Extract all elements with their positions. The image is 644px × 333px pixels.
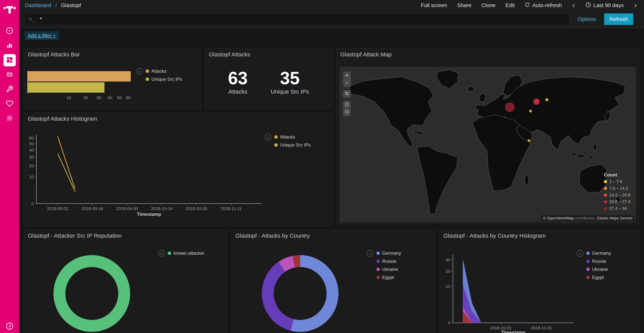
y-tick-label: 0 (32, 201, 34, 206)
x-tick-label: 2018-10-14 (151, 206, 173, 211)
legend-item[interactable]: 14.2 – 20.8 (604, 193, 630, 198)
metric-attacks: 63 Attacks (228, 69, 248, 95)
collapse-nav-button[interactable] (5, 322, 14, 331)
metric-value: 35 (271, 69, 309, 87)
legend-label: 27.4 – 34 (609, 206, 627, 211)
x-tick-label: 2018-10-28 (186, 206, 208, 211)
query-input-box[interactable]: >_ (24, 13, 570, 25)
x-tick-label: 2018-09-16 (82, 206, 103, 211)
legend-item[interactable]: Attacks (146, 69, 182, 74)
y-tick-label: 60 (29, 136, 34, 140)
panel-attacks-histogram: Glastopf Attacks Histogram 0102030405060… (24, 113, 332, 226)
metric-label: Attacks (228, 88, 248, 95)
legend-items: 1 – 7.67.6 – 14.214.2 – 20.820.8 – 27.42… (604, 179, 630, 211)
x-axis-label: Timestamp (137, 212, 161, 217)
legend-item[interactable]: Germany (376, 250, 401, 256)
time-back-button[interactable]: ‹ (572, 2, 576, 9)
bar-attacks[interactable] (28, 71, 131, 82)
map-marker[interactable] (545, 98, 548, 102)
sidebar-item-monitoring[interactable] (4, 98, 16, 110)
country-donut[interactable] (262, 255, 338, 332)
panel-attacks-by-country: Glastopf - Attacks by Country GermanyRus… (231, 230, 436, 333)
legend-item[interactable]: Egypt (376, 275, 401, 280)
legend-label: Ukraine (382, 267, 398, 272)
reputation-donut[interactable] (54, 255, 130, 332)
legend-item[interactable]: Egypt (586, 275, 611, 280)
full-screen-button[interactable]: Full screen (421, 2, 447, 9)
clone-button[interactable]: Clone (482, 2, 496, 9)
refresh-cycle-icon (524, 2, 530, 9)
dashboard-grid: Glastopf Attacks Bar 102030405060 Attack… (19, 43, 644, 333)
time-picker-button[interactable]: Last 90 days (586, 2, 624, 9)
legend-item[interactable]: Germany (586, 250, 611, 256)
sidebar-item-dashboard[interactable] (4, 54, 16, 66)
legend-toggle-button[interactable] (577, 250, 583, 257)
rectangle-icon (345, 109, 349, 115)
sidebar-item-tpot[interactable] (4, 69, 16, 81)
breadcrumb-dashboard-link[interactable]: Dashboard (25, 2, 51, 8)
sidebar-item-discover[interactable] (4, 25, 16, 37)
legend-color-dot (376, 276, 380, 279)
legend-item[interactable]: Russia (376, 259, 401, 264)
legend-toggle-button[interactable] (265, 134, 271, 140)
sidebar (0, 0, 19, 333)
y-tick-label: 20 (29, 163, 34, 168)
x-tick-label: 2018-11-01 (531, 325, 552, 330)
legend-toggle-button[interactable] (136, 68, 142, 75)
zoom-out-button[interactable]: − (343, 79, 350, 87)
sidebar-item-dev-tools[interactable] (4, 83, 16, 96)
x-tick-label: 2018-09-02 (47, 206, 68, 211)
world-map[interactable]: + − (340, 67, 636, 222)
legend-color-dot (274, 143, 278, 147)
map-legend: Count 1 – 7.67.6 – 14.214.2 – 20.820.8 –… (604, 172, 630, 211)
dashboard-icon (6, 56, 13, 64)
legend-item[interactable]: 1 – 7.6 (604, 179, 630, 184)
legend-item[interactable]: 20.8 – 27.4 (604, 199, 630, 204)
map-marker[interactable] (505, 102, 515, 112)
legend-item[interactable]: 27.4 – 34 (604, 206, 630, 211)
country-histogram-svg: 01020302018-10-012018-11-01Timestamp (440, 230, 639, 333)
legend-item[interactable]: Attacks (274, 134, 311, 140)
filter-bar: Add a filter + (19, 28, 644, 43)
legend-item[interactable]: Russia (586, 259, 611, 264)
legend-label: Attacks (280, 134, 295, 140)
attribution-elastic-maps[interactable]: Elastic Maps Service (597, 216, 633, 220)
legend-toggle-button[interactable] (367, 250, 373, 257)
draw-polygon-button[interactable] (343, 101, 350, 108)
map-marker[interactable] (533, 98, 540, 105)
attribution-openstreetmap[interactable]: © OpenStreetMap (543, 216, 574, 220)
draw-tools (343, 101, 350, 116)
legend-item[interactable]: 7.6 – 14.2 (604, 186, 630, 191)
options-link[interactable]: Options (578, 16, 596, 22)
map-marker[interactable] (528, 139, 530, 142)
legend-label: Attacks (152, 69, 166, 74)
map-marker[interactable] (529, 110, 532, 113)
bar-unique-src-ips[interactable] (28, 82, 104, 93)
edit-button[interactable]: Edit (506, 2, 514, 9)
time-forward-button[interactable]: › (634, 2, 638, 9)
auto-refresh-button[interactable]: Auto-refresh (524, 2, 562, 9)
legend-item[interactable]: Ukraine (586, 267, 611, 272)
y-tick-label: 10 (29, 175, 34, 179)
legend-item[interactable]: known attacker (168, 250, 204, 256)
add-filter-link[interactable]: Add a filter + (24, 31, 59, 40)
x-tick-label: 2018-09-30 (116, 206, 138, 211)
draw-rectangle-button[interactable] (343, 109, 350, 116)
fit-bounds-button[interactable] (343, 90, 350, 97)
legend-item[interactable]: Ukraine (376, 267, 401, 272)
legend: AttacksUnique Src IPs (265, 134, 311, 148)
zoom-in-button[interactable]: + (343, 72, 350, 79)
sidebar-item-visualize[interactable] (4, 40, 16, 52)
sidebar-item-management[interactable] (4, 112, 16, 125)
search-query-input[interactable] (40, 16, 565, 23)
share-button[interactable]: Share (457, 2, 472, 9)
legend-toggle-button[interactable] (158, 250, 165, 257)
legend-label: Germany (382, 250, 401, 256)
legend-color-dot (376, 251, 380, 255)
legend-item[interactable]: Unique Src IPs (146, 77, 182, 82)
refresh-button[interactable]: Refresh (604, 14, 633, 25)
invader-icon (6, 71, 13, 79)
legend: known attacker (158, 250, 204, 257)
panel-attacks-bar: Glastopf Attacks Bar 102030405060 Attack… (24, 48, 201, 109)
legend-item[interactable]: Unique Src IPs (274, 142, 311, 148)
